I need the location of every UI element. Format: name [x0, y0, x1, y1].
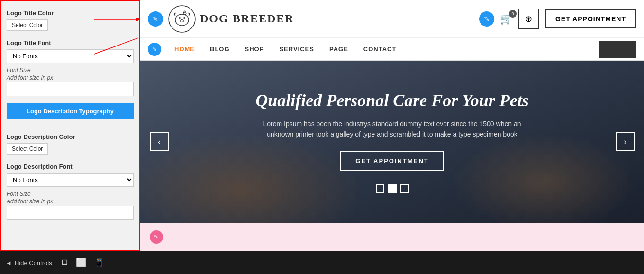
hero-title: Qualified Personal Care For Your Pets	[255, 91, 530, 111]
font-size-label-1: Font Size	[7, 67, 134, 73]
dog-logo: DOG BREEDER	[168, 5, 294, 33]
hero-description: Lorem Ipsum has been the industrys stand…	[255, 119, 530, 140]
get-appointment-header-btn[interactable]: GET APPOINTMENT	[545, 9, 636, 28]
nav-link-page[interactable]: PAGE	[322, 39, 356, 59]
logo-desc-color-label: Logo Description Color	[7, 133, 134, 140]
select-color-btn-1[interactable]: Select Color	[7, 19, 48, 31]
bottom-strip: ✎	[140, 223, 644, 251]
svg-point-5	[183, 17, 185, 19]
right-content: ✎	[140, 0, 644, 251]
desktop-icon[interactable]: 🖥	[60, 258, 68, 268]
hero-content: Qualified Personal Care For Your Pets Lo…	[227, 91, 558, 193]
site-nav: ✎ HOME BLOG SHOP SERVICES PAGE CONTACT	[140, 38, 644, 61]
header-left: ✎	[148, 5, 294, 33]
logo-desc-font-section: Logo Description Font No Fonts	[7, 163, 134, 191]
arrow-left-icon: ◄	[6, 259, 12, 266]
dog-svg-icon	[168, 5, 196, 33]
tablet-icon[interactable]: ⬜	[76, 257, 86, 268]
select-color-btn-2[interactable]: Select Color	[7, 143, 48, 155]
hero-dot-1[interactable]	[376, 184, 384, 193]
nav-link-home[interactable]: HOME	[167, 39, 202, 59]
pencil-icon: ✎	[153, 15, 158, 23]
hero-next-btn[interactable]: ›	[616, 132, 635, 151]
logo-desc-typography-btn[interactable]: Logo Description Typography	[7, 103, 134, 119]
font-size-input-2[interactable]	[7, 206, 134, 220]
hero-dot-3[interactable]	[400, 184, 409, 193]
site-header: ✎	[140, 0, 644, 38]
hero-dot-2[interactable]	[388, 184, 397, 193]
logo-title-font-label: Logo Title Font	[7, 39, 134, 46]
logo-title-color-section: Logo Title Color Select Color	[7, 9, 134, 36]
panel-divider	[7, 129, 134, 129]
font-size-input-1[interactable]	[7, 82, 134, 96]
hide-controls-btn[interactable]: ◄ Hide Controls	[6, 259, 52, 266]
nav-dark-box	[599, 41, 636, 58]
cart-badge: 0	[509, 10, 517, 18]
hero-dots	[255, 184, 530, 193]
svg-point-4	[179, 17, 181, 19]
nav-edit-icon[interactable]: ✎	[148, 43, 161, 56]
pencil-icon-3: ✎	[152, 46, 157, 53]
bottom-toolbar: ◄ Hide Controls 🖥 ⬜ 📱	[0, 251, 644, 274]
svg-point-6	[180, 19, 184, 22]
hero-section: ‹ Qualified Personal Care For Your Pets …	[140, 61, 644, 223]
logo-desc-font-label: Logo Description Font	[7, 163, 134, 170]
font-size-placeholder-2: Add font size in px	[7, 198, 134, 205]
hide-controls-label: Hide Controls	[15, 259, 52, 266]
font-size-placeholder-1: Add font size in px	[7, 74, 134, 81]
nav-link-shop[interactable]: SHOP	[237, 39, 272, 59]
search-icon: ⊕	[525, 14, 532, 24]
hero-prev-btn[interactable]: ‹	[150, 132, 169, 151]
nav-link-contact[interactable]: CONTACT	[356, 39, 404, 59]
nav-link-services[interactable]: SERVICES	[272, 39, 322, 59]
logo-title-color-label: Logo Title Color	[7, 9, 134, 17]
bottom-edit-icon[interactable]: ✎	[150, 230, 163, 244]
svg-point-2	[169, 6, 195, 32]
header-edit-icon[interactable]: ✎	[148, 11, 163, 27]
site-title: DOG BREEDER	[200, 12, 294, 25]
hero-appointment-btn[interactable]: GET APPOINTMENT	[340, 151, 444, 171]
header-right: ✎ 🛒 0 ⊕ GET APPOINTMENT	[479, 9, 636, 29]
font-size-section-1: Font Size Add font size in px	[7, 67, 134, 101]
font-size-section-2: Font Size Add font size in px	[7, 191, 134, 225]
font-size-label-2: Font Size	[7, 191, 134, 197]
left-panel: Logo Title Color Select Color Logo Title…	[0, 0, 140, 251]
logo-desc-color-section: Logo Description Color Select Color	[7, 133, 134, 159]
logo-title-font-section: Logo Title Font No Fonts	[7, 39, 134, 67]
logo-desc-font-dropdown[interactable]: No Fonts	[7, 173, 134, 187]
mobile-icon[interactable]: 📱	[94, 257, 104, 268]
nav-link-blog[interactable]: BLOG	[202, 39, 237, 59]
header-right-edit-icon[interactable]: ✎	[479, 11, 494, 27]
pencil-icon-4: ✎	[154, 234, 159, 240]
cart-container[interactable]: 🛒 0	[500, 13, 513, 25]
search-icon-box[interactable]: ⊕	[518, 9, 539, 29]
logo-title-font-dropdown[interactable]: No Fonts	[7, 49, 134, 63]
pencil-icon-2: ✎	[484, 15, 490, 23]
